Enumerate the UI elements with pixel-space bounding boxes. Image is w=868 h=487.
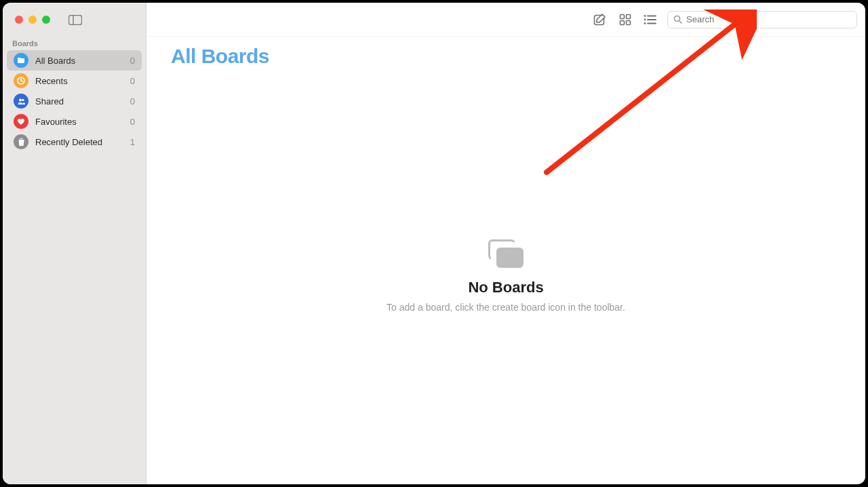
sidebar-list: All Boards 0 Recents 0 Shared 0 [3, 50, 146, 152]
grid-icon [619, 14, 631, 26]
svg-line-17 [679, 21, 682, 23]
sidebar-item-label: Recently Deleted [35, 137, 130, 147]
window-close-button[interactable] [15, 16, 23, 24]
compose-icon [593, 13, 606, 26]
people-icon [14, 94, 28, 109]
main-content: All Boards No Boards To add a board, cli… [146, 3, 865, 484]
svg-point-3 [19, 98, 22, 101]
view-mode-toggle [617, 12, 658, 28]
create-board-button[interactable] [591, 12, 608, 28]
empty-state-subtitle: To add a board, click the create board i… [387, 302, 625, 313]
svg-rect-7 [627, 14, 631, 18]
sidebar-item-recents[interactable]: Recents 0 [7, 71, 142, 91]
sidebar-item-label: Recents [35, 76, 130, 86]
svg-rect-6 [620, 14, 625, 18]
empty-state-title: No Boards [468, 279, 543, 296]
clock-icon [14, 73, 28, 88]
sidebar-item-recently-deleted[interactable]: Recently Deleted 1 [7, 132, 142, 152]
sidebar-item-count: 0 [130, 117, 135, 127]
window-controls [3, 9, 146, 30]
sidebar-item-count: 0 [130, 96, 135, 106]
window-minimize-button[interactable] [28, 16, 37, 24]
search-icon [673, 15, 682, 24]
svg-point-10 [644, 15, 646, 17]
sidebar-item-favourites[interactable]: Favourites 0 [7, 111, 142, 132]
svg-point-4 [22, 98, 24, 100]
folder-icon [14, 53, 28, 68]
toolbar [146, 3, 865, 37]
search-field[interactable] [667, 11, 857, 28]
svg-point-11 [644, 18, 646, 20]
sidebar-icon [68, 15, 82, 25]
grid-view-button[interactable] [617, 12, 633, 28]
sidebar-item-count: 0 [130, 56, 135, 66]
svg-point-16 [675, 16, 680, 22]
sidebar-item-all-boards[interactable]: All Boards 0 [7, 50, 142, 71]
svg-point-12 [644, 22, 646, 24]
sidebar-toggle-button[interactable] [68, 14, 83, 25]
svg-rect-0 [69, 15, 82, 24]
trash-icon [14, 134, 28, 149]
svg-rect-8 [620, 20, 625, 24]
sidebar-item-label: All Boards [35, 56, 130, 66]
window-maximize-button[interactable] [42, 16, 50, 24]
list-view-button[interactable] [642, 12, 658, 28]
sidebar-item-count: 1 [130, 137, 135, 147]
sidebar-item-label: Favourites [35, 117, 130, 127]
sidebar-item-count: 0 [130, 76, 135, 86]
app-window: Boards All Boards 0 Recents 0 [3, 3, 865, 484]
svg-rect-9 [627, 20, 631, 24]
search-input[interactable] [686, 14, 851, 24]
sidebar: Boards All Boards 0 Recents 0 [3, 3, 146, 484]
heart-icon [14, 114, 28, 129]
empty-state: No Boards To add a board, click the crea… [146, 68, 865, 484]
sidebar-item-label: Shared [35, 96, 130, 106]
page-title: All Boards [146, 37, 865, 68]
sidebar-section-header: Boards [3, 30, 146, 50]
list-icon [644, 14, 656, 25]
sidebar-item-shared[interactable]: Shared 0 [7, 91, 142, 111]
boards-stack-icon [488, 239, 524, 268]
